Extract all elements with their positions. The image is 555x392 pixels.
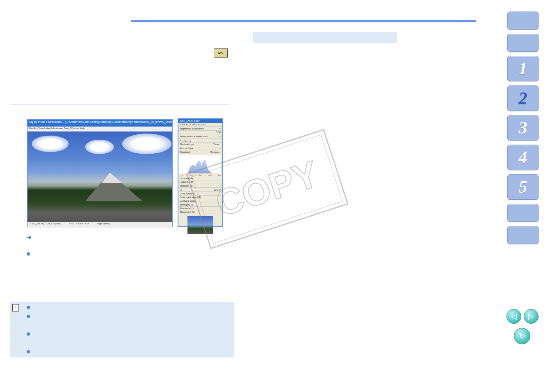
slider-row: Fineness(-1) — [178, 207, 222, 210]
slider-row: Unsharp mask — [178, 199, 222, 203]
slider-row: Threshold(-3) — [178, 210, 222, 214]
palette-row: Picture Style⤺ — [178, 146, 222, 150]
dot-bullet-icon — [27, 350, 30, 353]
sidebar-item-index[interactable] — [507, 226, 539, 244]
palette-row: StandardBrowse... — [178, 150, 222, 154]
palette-tabs: RAW RGB NR/Lens/ALO — [178, 123, 222, 127]
prev-page-button[interactable]: ◁ — [506, 309, 521, 324]
slider-row: Contrast(-4) — [178, 177, 222, 180]
window-menubar: File Edit View Label Adjustment Tools Wi… — [28, 127, 172, 131]
status-mid: Auto / Adobe RGB — [69, 222, 89, 227]
svg-text:COPY: COPY — [211, 153, 323, 224]
dot-bullet-icon — [27, 252, 30, 256]
slider-row: Strength(-3) — [178, 203, 222, 207]
subsection-divider — [11, 104, 229, 104]
arrow-bullet-icon: ➔ — [27, 234, 32, 240]
sidebar-item-1[interactable]: 1 — [507, 56, 539, 81]
photo-preview — [28, 131, 172, 222]
palette-row: Shot settingsTune... — [178, 143, 222, 146]
edit-window-screenshot: Digital Photo Professional - [C:\Documen… — [27, 119, 173, 227]
histogram — [179, 155, 221, 173]
revert-icon: ⤺ — [214, 48, 228, 58]
sidebar-item-2[interactable]: 2 — [507, 85, 539, 111]
dot-bullet-icon — [27, 315, 30, 318]
tool-palette-screenshot: IMG_0991.CR2 RAW RGB NR/Lens/ALO Brightn… — [178, 118, 223, 227]
slider-row: Color saturation(-3) — [178, 196, 222, 199]
slider-row: Highlight(-5) — [178, 180, 222, 184]
chapter-sidebar: 1 2 3 4 5 — [507, 12, 538, 244]
slider-row: ☐Linear — [178, 188, 222, 192]
sidebar-item-intro[interactable] — [507, 12, 539, 30]
slider-row: Shadow(-3) — [178, 184, 222, 188]
palette-thumbnail — [187, 216, 213, 234]
sidebar-item-contents[interactable] — [507, 34, 539, 52]
palette-row: Brightness adjustment⤺ — [178, 127, 222, 131]
highlight-callout — [253, 32, 397, 43]
section-divider — [131, 20, 476, 22]
palette-title: IMG_0991.CR2 — [178, 119, 222, 123]
return-button[interactable]: ↻ — [514, 328, 530, 344]
dot-bullet-icon — [27, 306, 30, 309]
palette-row: ✎ ▢ ▢ ▢ — [178, 138, 222, 143]
window-titlebar: Digital Photo Professional - [C:\Documen… — [28, 120, 172, 127]
status-left: 1/767_00(24) : 224,232(206) — [29, 222, 60, 227]
next-page-button[interactable]: ▷ — [524, 309, 539, 324]
palette-row: 0.00 — [178, 131, 222, 134]
status-right: High quality — [97, 222, 110, 227]
sidebar-item-5[interactable]: 5 — [507, 174, 539, 200]
sidebar-item-4[interactable]: 4 — [507, 145, 539, 170]
dot-bullet-icon — [27, 332, 30, 336]
note-icon: ≡ — [12, 304, 19, 311]
sidebar-item-reference[interactable] — [507, 204, 539, 222]
slider-row: Color tone(-4) — [178, 192, 222, 196]
sidebar-item-3[interactable]: 3 — [507, 115, 539, 141]
palette-row: White balance adjustment⤺ — [178, 134, 222, 138]
window-statusbar: 1/767_00(24) : 224,232(206) Auto / Adobe… — [28, 222, 172, 228]
page-nav: ◁ ▷ — [506, 309, 539, 324]
info-box — [10, 302, 234, 357]
